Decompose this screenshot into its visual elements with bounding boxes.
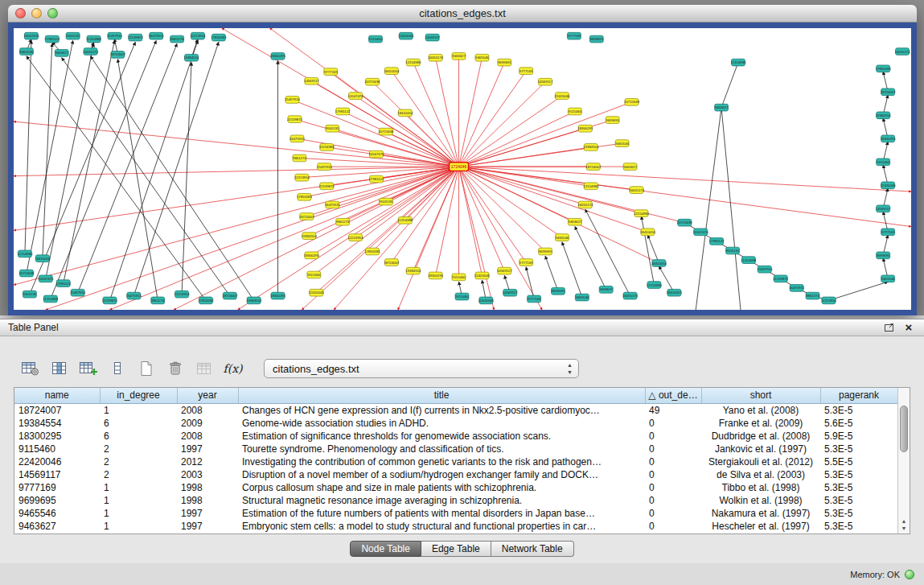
column-header-name[interactable]: name [14,388,100,403]
table-row[interactable]: 946554611997Estimation of the future num… [14,507,897,520]
network-node[interactable] [452,274,466,281]
network-node[interactable] [39,275,52,282]
network-node[interactable] [370,175,384,183]
network-node[interactable] [398,216,412,224]
table-select-combobox[interactable]: citations_edges.txt ▲▼ [264,359,579,378]
network-node[interactable] [667,289,681,296]
network-node[interactable] [271,52,285,60]
network-node[interactable] [406,267,420,274]
network-node[interactable] [741,257,755,264]
table-row[interactable]: 1938455462009Genome-wide association stu… [14,417,897,430]
network-node[interactable] [398,109,412,117]
column-header-out_de[interactable]: △ out_de… [645,388,701,403]
network-node[interactable] [66,32,80,39]
network-node[interactable] [247,297,261,304]
network-node[interactable] [475,272,489,279]
network-node[interactable] [349,93,363,100]
network-canvas[interactable]: 1872400719384554183002959115460224200461… [14,28,911,310]
network-node[interactable] [519,68,533,75]
network-node[interactable] [877,112,890,119]
network-node[interactable] [320,183,334,190]
network-node[interactable] [578,201,592,208]
table-row[interactable]: 1830029562008Estimation of significance … [14,430,897,443]
network-node[interactable] [56,280,70,287]
network-node[interactable] [271,292,285,299]
network-node[interactable] [19,48,33,56]
network-node[interactable] [539,248,552,255]
table-row[interactable]: 977716911998Corpus callosum shape and si… [14,481,897,494]
network-node[interactable] [710,238,724,245]
network-node[interactable] [199,297,212,304]
import-table-icon[interactable] [193,359,215,379]
network-node[interactable] [455,293,469,300]
network-node[interactable] [896,48,910,56]
network-node[interactable] [575,294,589,301]
network-node[interactable] [503,289,517,296]
network-node[interactable] [877,159,890,166]
network-node[interactable] [336,218,350,225]
network-node[interactable] [288,116,302,123]
network-node[interactable] [568,108,581,115]
close-window-button[interactable] [15,8,26,19]
network-node[interactable] [634,210,648,217]
network-node[interactable] [127,292,141,299]
column-header-short[interactable]: short [701,388,820,403]
network-node[interactable] [326,201,339,208]
network-node[interactable] [45,35,59,43]
network-node[interactable] [519,259,533,266]
network-node[interactable] [599,286,613,294]
network-node[interactable] [406,59,420,66]
row-height-icon[interactable] [106,359,128,379]
tab-edge-table[interactable]: Edge Table [421,541,491,557]
network-node[interactable] [71,289,84,296]
network-node[interactable] [822,297,836,304]
network-node[interactable] [298,193,311,200]
network-node[interactable] [881,229,895,236]
network-node[interactable] [310,289,323,296]
network-node[interactable] [429,272,442,279]
network-node[interactable] [568,218,581,225]
table-mode-icon[interactable] [19,359,41,379]
column-header-year[interactable]: year [177,388,238,403]
scrollbar-arrows-icon[interactable]: ▲▼ [898,517,910,532]
network-node[interactable] [498,59,511,66]
network-node[interactable] [369,35,383,43]
column-header-pagerank[interactable]: pagerank [820,388,897,403]
network-node[interactable] [806,292,819,299]
network-node[interactable] [881,135,895,142]
table-row[interactable]: 1456911722003Disruption of a novel membe… [14,468,897,481]
network-node[interactable] [35,255,49,262]
zoom-window-button[interactable] [47,8,58,19]
network-node[interactable] [678,219,692,226]
table-row[interactable]: 969969511998Structural magnetic resonanc… [14,494,897,507]
network-node[interactable] [881,275,895,282]
column-header-title[interactable]: title [238,388,645,403]
network-node[interactable] [450,163,469,171]
float-panel-icon[interactable] [882,321,897,334]
network-node[interactable] [175,290,189,298]
network-node[interactable] [23,290,36,298]
network-node[interactable] [129,34,142,41]
network-node[interactable] [606,117,619,124]
network-node[interactable] [584,144,598,151]
network-node[interactable] [24,32,38,39]
network-node[interactable] [452,52,466,60]
network-node[interactable] [425,34,439,41]
network-node[interactable] [55,50,68,57]
network-node[interactable] [324,68,338,76]
network-node[interactable] [539,78,552,85]
network-node[interactable] [726,247,740,254]
network-node[interactable] [300,213,314,220]
network-node[interactable] [336,108,350,115]
network-node[interactable] [305,77,318,84]
network-node[interactable] [370,150,384,158]
network-node[interactable] [877,252,890,259]
network-node[interactable] [108,32,121,39]
network-node[interactable] [295,174,309,181]
network-node[interactable] [555,234,569,241]
new-table-icon[interactable] [135,359,157,379]
network-node[interactable] [111,51,125,59]
network-node[interactable] [623,163,637,171]
network-node[interactable] [552,287,565,295]
column-header-in_degree[interactable]: in_degree [100,388,177,403]
